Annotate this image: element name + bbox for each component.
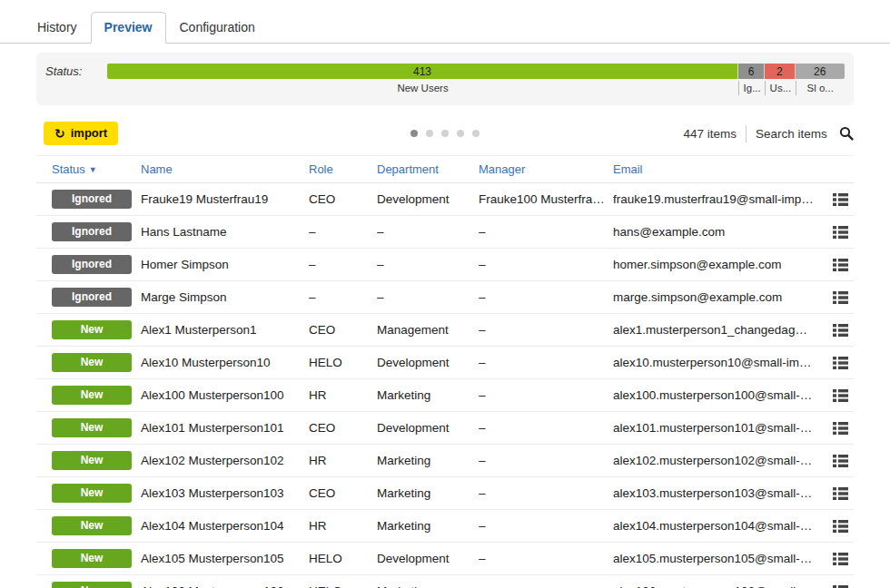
row-details-grid-icon[interactable] bbox=[833, 357, 848, 369]
column-header-department[interactable]: Department bbox=[377, 162, 479, 176]
name-cell: Alex10 Musterperson10 bbox=[141, 356, 309, 369]
name-cell: Alex1 Musterperson1 bbox=[141, 323, 309, 337]
actions-cell bbox=[813, 389, 854, 402]
status-label: Status: bbox=[45, 64, 107, 78]
role-cell: HELO bbox=[309, 584, 377, 588]
column-header-status[interactable]: Status▼ bbox=[52, 162, 141, 176]
tab-bar: History Preview Configuration bbox=[0, 0, 890, 44]
actions-cell bbox=[813, 455, 854, 467]
name-cell: Alex101 Musterperson101 bbox=[141, 421, 309, 435]
row-details-grid-icon[interactable] bbox=[833, 324, 848, 337]
manager-cell: – bbox=[479, 258, 613, 271]
pagination-dot-1[interactable] bbox=[426, 130, 433, 137]
row-details-grid-icon[interactable] bbox=[833, 487, 848, 500]
status-badge: Ignored bbox=[52, 190, 132, 209]
name-cell: Alex104 Musterperson104 bbox=[141, 519, 309, 533]
status-segment-0: 413 bbox=[107, 64, 738, 79]
department-cell: Marketing bbox=[377, 388, 479, 402]
status-cell: New bbox=[52, 484, 141, 503]
refresh-icon: ↻ bbox=[54, 127, 65, 140]
status-badge: New bbox=[52, 320, 132, 339]
status-cell: New bbox=[52, 353, 141, 372]
status-cell: New bbox=[52, 582, 141, 588]
user-import-page: History Preview Configuration Status: 41… bbox=[0, 0, 890, 588]
import-button[interactable]: ↻ import bbox=[44, 122, 118, 145]
row-details-grid-icon[interactable] bbox=[833, 291, 848, 304]
column-header-status-label: Status bbox=[52, 162, 85, 176]
role-cell: CEO bbox=[309, 192, 377, 206]
table-row: IgnoredFrauke19 Musterfrau19CEODevelopme… bbox=[36, 183, 854, 216]
status-segment-3: 26 bbox=[796, 64, 845, 79]
status-cell: Ignored bbox=[52, 190, 141, 209]
table-row: NewAlex101 Musterperson101CEODevelopment… bbox=[36, 412, 854, 445]
row-details-grid-icon[interactable] bbox=[833, 259, 848, 271]
status-cell: New bbox=[52, 451, 141, 470]
status-badge: New bbox=[52, 484, 132, 503]
tab-preview[interactable]: Preview bbox=[91, 12, 166, 44]
role-cell: CEO bbox=[309, 323, 377, 337]
manager-cell: – bbox=[479, 519, 613, 533]
department-cell: – bbox=[377, 258, 479, 271]
name-cell: Alex106 Musterperson106 bbox=[141, 584, 309, 588]
email-cell: alex103.musterperson103@small-… bbox=[613, 486, 813, 500]
manager-cell: – bbox=[479, 388, 613, 402]
toolbar-divider bbox=[746, 125, 747, 142]
pagination-dot-3[interactable] bbox=[457, 130, 464, 137]
email-cell: alex102.musterperson102@small-… bbox=[613, 454, 813, 467]
status-cell: New bbox=[52, 516, 141, 535]
status-badge: New bbox=[52, 549, 132, 568]
pagination-dot-2[interactable] bbox=[441, 130, 449, 137]
status-bar: 4136226 bbox=[107, 64, 845, 79]
department-cell: Development bbox=[377, 552, 479, 565]
department-cell: Marketing bbox=[377, 486, 479, 500]
email-cell: frauke19.musterfrau19@small-imp… bbox=[613, 192, 813, 206]
search-input[interactable] bbox=[756, 127, 834, 141]
status-cell: Ignored bbox=[52, 255, 141, 274]
email-cell: alex100.musterperson100@small-… bbox=[613, 388, 813, 402]
status-badge: New bbox=[52, 418, 132, 437]
department-cell: Marketing bbox=[377, 519, 479, 533]
pagination-dots bbox=[410, 130, 480, 137]
status-cell: New bbox=[52, 549, 141, 568]
row-details-grid-icon[interactable] bbox=[833, 585, 848, 588]
actions-cell bbox=[813, 291, 854, 304]
row-details-grid-icon[interactable] bbox=[833, 455, 848, 467]
status-badge: New bbox=[52, 386, 132, 405]
table-row: NewAlex104 Musterperson104HRMarketing–al… bbox=[36, 510, 854, 543]
status-sublabels: New UsersIg...Us...Sl o... bbox=[107, 81, 845, 95]
row-details-grid-icon[interactable] bbox=[833, 422, 848, 435]
row-details-grid-icon[interactable] bbox=[833, 553, 848, 565]
row-details-grid-icon[interactable] bbox=[833, 389, 848, 402]
status-badge: Ignored bbox=[52, 255, 132, 274]
row-details-grid-icon[interactable] bbox=[833, 226, 848, 239]
name-cell: Homer Simpson bbox=[141, 258, 309, 271]
table-row: NewAlex103 Musterperson103CEOMarketing–a… bbox=[36, 477, 854, 510]
row-details-grid-icon[interactable] bbox=[833, 520, 848, 533]
role-cell: – bbox=[309, 290, 377, 304]
role-cell: HELO bbox=[309, 356, 377, 369]
tab-configuration[interactable]: Configuration bbox=[166, 12, 269, 44]
pagination-dot-0[interactable] bbox=[410, 130, 418, 137]
row-details-grid-icon[interactable] bbox=[833, 193, 848, 206]
department-cell: Development bbox=[377, 192, 479, 206]
column-header-name[interactable]: Name bbox=[141, 162, 309, 176]
table-row: NewAlex1 Musterperson1CEOManagement–alex… bbox=[36, 314, 854, 347]
actions-cell bbox=[813, 357, 854, 369]
manager-cell: – bbox=[479, 290, 613, 304]
status-segment-sublabel-0: New Users bbox=[107, 81, 738, 95]
status-panel: Status: 4136226 New UsersIg...Us...Sl o.… bbox=[36, 53, 854, 105]
sort-arrow-icon: ▼ bbox=[89, 165, 97, 174]
table-row: NewAlex106 Musterperson106HELOMarketing–… bbox=[36, 575, 854, 588]
search-icon[interactable] bbox=[839, 126, 854, 141]
status-badge: New bbox=[52, 451, 132, 470]
tab-history[interactable]: History bbox=[24, 12, 91, 44]
email-cell: alex106.musterperson106@small… bbox=[613, 584, 813, 588]
import-button-label: import bbox=[71, 126, 107, 140]
status-badge: New bbox=[52, 516, 132, 535]
column-header-email[interactable]: Email bbox=[613, 162, 813, 176]
column-header-role[interactable]: Role bbox=[309, 162, 377, 176]
pagination-dot-4[interactable] bbox=[472, 130, 480, 137]
email-cell: alex1.musterperson1_changedag… bbox=[613, 323, 813, 337]
column-header-manager[interactable]: Manager bbox=[479, 162, 613, 176]
actions-cell bbox=[813, 553, 854, 565]
